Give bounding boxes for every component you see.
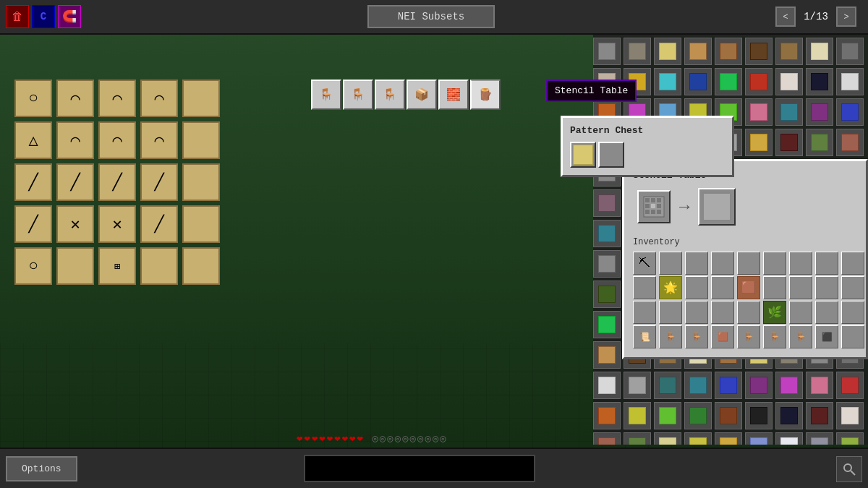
pattern-cell[interactable]: ⌒: [140, 121, 178, 159]
list-item[interactable]: [715, 38, 742, 65]
list-item[interactable]: [593, 402, 621, 429]
pattern-cell[interactable]: ╱: [98, 163, 136, 201]
pattern-cell[interactable]: ✕: [98, 205, 136, 243]
hotbar-slot-3[interactable]: 🪑: [685, 325, 708, 348]
craft-input-slot[interactable]: [637, 190, 671, 223]
tab-1[interactable]: 🪑: [311, 80, 341, 110]
inv-slot-19[interactable]: [633, 301, 656, 324]
trash-icon-btn[interactable]: 🗑: [6, 5, 29, 28]
pattern-cell[interactable]: [182, 205, 220, 243]
inv-slot-4[interactable]: [711, 252, 734, 275]
list-item[interactable]: [836, 372, 864, 399]
list-item[interactable]: [624, 432, 651, 445]
list-item[interactable]: [654, 402, 681, 429]
pattern-cell[interactable]: [182, 80, 220, 117]
inv-slot-2[interactable]: [659, 252, 682, 275]
inv-slot-6[interactable]: [763, 252, 786, 275]
pattern-cell[interactable]: ○: [14, 247, 52, 285]
chat-input[interactable]: [304, 455, 535, 482]
inv-slot-12[interactable]: [685, 276, 708, 299]
page-prev-button[interactable]: <: [775, 7, 796, 27]
list-item[interactable]: [775, 372, 803, 399]
inv-slot-14[interactable]: 🟫: [737, 276, 760, 299]
pattern-cell[interactable]: ⌒: [98, 80, 136, 117]
options-button[interactable]: Options: [6, 456, 77, 481]
list-item[interactable]: [593, 341, 621, 369]
hotbar-slot-1[interactable]: 📜: [633, 325, 656, 348]
inv-slot-1[interactable]: ⛏: [633, 252, 656, 275]
inv-slot-13[interactable]: [711, 276, 734, 299]
hotbar-slot-5[interactable]: 🪑: [737, 325, 760, 348]
pattern-cell[interactable]: ╱: [56, 163, 94, 201]
list-item[interactable]: [806, 432, 833, 445]
list-item[interactable]: [745, 372, 773, 399]
list-item[interactable]: [715, 68, 742, 95]
pattern-cell[interactable]: ╱: [140, 163, 178, 201]
list-item[interactable]: [715, 372, 742, 399]
magnet-icon-btn[interactable]: 🧲: [58, 5, 81, 28]
pattern-cell[interactable]: [140, 247, 178, 285]
list-item[interactable]: [684, 68, 712, 95]
list-item[interactable]: [684, 402, 712, 429]
page-next-button[interactable]: >: [836, 7, 856, 27]
list-item[interactable]: [745, 68, 773, 95]
list-item[interactable]: [775, 68, 803, 95]
tab-6[interactable]: 🪵: [470, 80, 501, 110]
list-item[interactable]: [593, 250, 621, 278]
chest-slot-1[interactable]: [570, 142, 596, 168]
inv-slot-15[interactable]: [763, 276, 786, 299]
inv-slot-20[interactable]: [659, 301, 682, 324]
inv-slot-9[interactable]: [841, 252, 864, 275]
list-item[interactable]: [593, 220, 621, 247]
list-item[interactable]: [806, 402, 833, 429]
inv-slot-21[interactable]: [685, 301, 708, 324]
inv-slot-22[interactable]: [711, 301, 734, 324]
list-item[interactable]: [775, 402, 803, 429]
inv-slot-11[interactable]: 🌟: [659, 276, 682, 299]
list-item[interactable]: [745, 38, 773, 65]
tab-5[interactable]: 🧱: [438, 80, 469, 110]
inv-slot-17[interactable]: [815, 276, 838, 299]
pattern-cell[interactable]: [56, 247, 94, 285]
list-item[interactable]: [806, 372, 833, 399]
list-item[interactable]: [745, 402, 773, 429]
list-item[interactable]: [806, 129, 833, 156]
list-item[interactable]: [745, 129, 773, 156]
list-item[interactable]: [593, 432, 621, 445]
list-item[interactable]: [654, 38, 681, 65]
list-item[interactable]: [624, 68, 651, 95]
list-item[interactable]: [593, 281, 621, 308]
list-item[interactable]: [836, 402, 864, 429]
pattern-cell[interactable]: ⌒: [56, 121, 94, 159]
list-item[interactable]: [715, 432, 742, 445]
hotbar-slot-2[interactable]: 🪑: [659, 325, 682, 348]
search-icon-btn[interactable]: [836, 456, 862, 482]
tab-3[interactable]: 🪑: [375, 80, 405, 110]
list-item[interactable]: [593, 38, 621, 65]
list-item[interactable]: [684, 38, 712, 65]
inv-slot-5[interactable]: [737, 252, 760, 275]
inv-slot-16[interactable]: [789, 276, 812, 299]
tab-2[interactable]: 🪑: [343, 80, 373, 110]
pattern-cell[interactable]: △: [14, 121, 52, 159]
tab-4[interactable]: 📦: [407, 80, 437, 110]
list-item[interactable]: [684, 372, 712, 399]
list-item[interactable]: [684, 432, 712, 445]
pattern-cell[interactable]: [182, 163, 220, 201]
list-item[interactable]: [654, 68, 681, 95]
inv-slot-25[interactable]: [789, 301, 812, 324]
list-item[interactable]: [836, 38, 864, 65]
list-item[interactable]: [775, 129, 803, 156]
pattern-cell[interactable]: ⊞: [98, 247, 136, 285]
hotbar-slot-4[interactable]: 🟫: [711, 325, 734, 348]
pattern-cell[interactable]: ╱: [140, 205, 178, 243]
pattern-cell[interactable]: ⌒: [98, 121, 136, 159]
list-item[interactable]: [593, 68, 621, 95]
list-item[interactable]: [836, 98, 864, 126]
list-item[interactable]: [624, 372, 651, 399]
list-item[interactable]: [624, 38, 651, 65]
list-item[interactable]: [654, 432, 681, 445]
pattern-cell[interactable]: [182, 121, 220, 159]
inv-slot-18[interactable]: [841, 276, 864, 299]
list-item[interactable]: [806, 68, 833, 95]
